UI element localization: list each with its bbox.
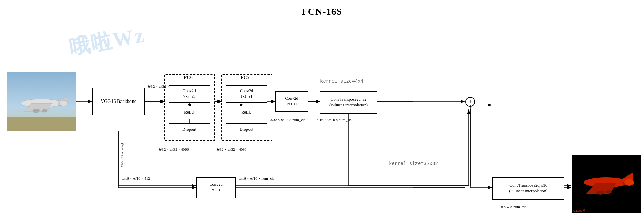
svg-point-36 [596, 191, 604, 195]
kernel-label-bottom: kernel_size=32x32 [389, 161, 438, 167]
conv-transpose-top-box: ConvTranspose2d, s2(Bilinear interpolati… [320, 91, 377, 114]
svg-point-37 [605, 190, 612, 194]
svg-point-28 [42, 109, 47, 112]
label-fc6-output: h/32 × w/32 × 4096 [159, 147, 189, 151]
svg-point-27 [33, 109, 40, 113]
fc7-label: FC7 [239, 75, 251, 81]
fc6-conv-box: Conv2d7x7, s1 [169, 85, 210, 103]
svg-rect-22 [7, 117, 76, 131]
label-bottom-conv-output: h/16 × w/16 × num_cls [239, 176, 274, 180]
fc6-label: FC6 [182, 75, 194, 81]
input-image [7, 72, 76, 131]
plus-circle: + [465, 97, 475, 107]
label-conv-transpose-top-output: h/16 × w/16 × num_cls [317, 118, 352, 122]
label-bottom-input: h/16 × w/16 × 512 [122, 176, 150, 180]
label-conv-mid-output: h/32 × w/32 × num_cls [270, 118, 305, 122]
conv-mid-box: Conv2d1x1/s1 [275, 91, 308, 112]
svg-point-35 [624, 179, 634, 186]
label-final-output: h × w × num_cls [501, 205, 526, 209]
fc7-dropout-box: Dropout [226, 123, 267, 136]
svg-text:CSDN博主: CSDN博主 [573, 209, 589, 212]
svg-line-45 [475, 105, 492, 188]
kernel-label-top: kernel_size=4x4 [320, 78, 363, 84]
label-fc7-output: h/32 × w/32 × 4096 [217, 147, 246, 151]
page-title: FCN-16S [0, 0, 644, 17]
svg-point-29 [60, 100, 68, 106]
conv-bottom-box: Conv2d1x1, s1 [196, 177, 236, 198]
output-image: CSDN博主 [572, 155, 641, 213]
fc7-conv-box: Conv2d1x1, s1 [226, 85, 267, 103]
vgg16-box: VGG16 Backbone [92, 88, 145, 115]
diagram-area: VGG16 Backbone h/32 × w/32 × 512 from Ma… [0, 21, 644, 224]
fc6-relu-box: ReLU [169, 106, 210, 119]
conv-transpose-bottom-box: ConvTranspose2d, s16(Bilinear interpolat… [492, 177, 564, 200]
fc6-dropout-box: Dropout [169, 123, 210, 136]
fc7-relu-box: ReLU [226, 106, 267, 119]
label-maxpool4: from MaxPool4 [120, 143, 124, 167]
